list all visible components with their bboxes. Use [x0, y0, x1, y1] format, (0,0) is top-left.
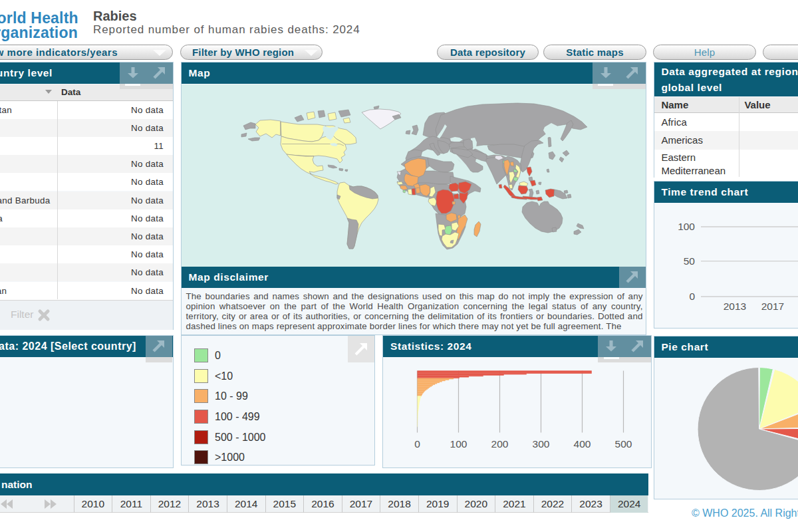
svg-text:100: 100 [678, 221, 696, 232]
svg-text:400: 400 [574, 438, 591, 450]
svg-text:500: 500 [615, 438, 632, 450]
svg-text:300: 300 [533, 438, 550, 450]
svg-text:200: 200 [491, 438, 509, 450]
svg-text:0: 0 [690, 291, 696, 302]
svg-text:2013: 2013 [724, 301, 746, 312]
svg-text:2017: 2017 [761, 301, 784, 312]
svg-text:0: 0 [414, 438, 420, 450]
svg-text:100: 100 [450, 438, 467, 450]
svg-text:50: 50 [684, 255, 696, 267]
